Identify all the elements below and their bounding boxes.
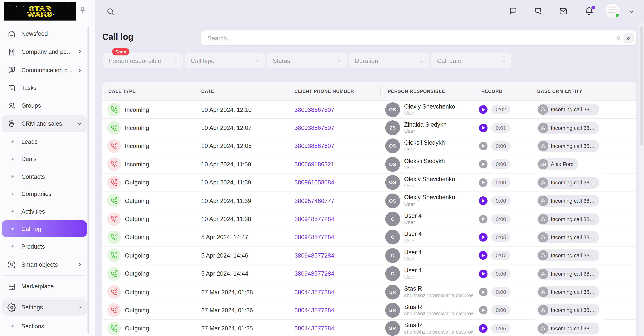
crm-entity-chip[interactable]: Incoming call 38…	[537, 231, 599, 243]
sidebar-item-sections[interactable]: Sections	[2, 317, 87, 335]
crm-entity-chip[interactable]: Incoming call 38…	[537, 195, 599, 207]
play-icon	[482, 290, 485, 294]
client-phone-link[interactable]: 380948577284	[294, 270, 334, 277]
mail-icon[interactable]	[558, 7, 568, 16]
comment-icon[interactable]	[508, 7, 518, 16]
sidebar-item-settings[interactable]: Settings	[2, 299, 87, 315]
call-date: 10 Apr 2024, 12:05	[201, 143, 252, 149]
column-header-client-phone[interactable]: Client phone number	[288, 89, 380, 93]
table-row[interactable]: Incoming 10 Apr 2024, 12:05 380938567607…	[102, 137, 636, 155]
crm-entity-chip[interactable]: Incoming call 38…	[537, 177, 599, 188]
sidebar-item-newsfeed[interactable]: Newsfeed	[2, 25, 87, 43]
crm-entity-chip[interactable]: Incoming call 38…	[537, 286, 599, 298]
pin-sidebar-icon[interactable]	[78, 6, 87, 15]
sidebar-item-leads[interactable]: Leads	[2, 133, 87, 151]
clear-search-button[interactable]	[623, 33, 634, 43]
sidebar-item-products[interactable]: Products	[2, 237, 87, 255]
workspace-logo[interactable]: STAR WARS	[4, 2, 76, 21]
sidebar-item-companies[interactable]: Companies	[2, 185, 87, 203]
play-record-button[interactable]	[479, 288, 488, 296]
person-name: Stas R	[404, 285, 473, 292]
sidebar-item-crm-and-sales[interactable]: CRM and sales	[2, 115, 87, 132]
play-record-button[interactable]	[479, 215, 488, 223]
table-row[interactable]: Outgoing 27 Mar 2024, 01:28 380443577284…	[102, 283, 636, 301]
play-record-button[interactable]	[479, 196, 488, 205]
sidebar-item-groups[interactable]: Groups	[2, 97, 87, 115]
client-phone-link[interactable]: 380938567607	[294, 143, 334, 149]
table-row[interactable]: Incoming 10 Apr 2024, 12:10 380938567607…	[102, 101, 636, 119]
crm-entity-chip[interactable]: Incoming call 38…	[537, 122, 599, 134]
column-header-base-crm-entity[interactable]: Base CRM entity	[530, 89, 636, 93]
play-record-button[interactable]	[479, 233, 488, 241]
filter-call-date[interactable]: Call date	[431, 53, 511, 68]
table-row[interactable]: Outgoing 10 Apr 2024, 11:39 380961058084…	[102, 174, 636, 192]
client-phone-link[interactable]: 380938567607	[294, 106, 334, 113]
soon-badge: Soon	[112, 48, 130, 56]
play-record-button[interactable]	[479, 142, 488, 150]
sidebar-item-tasks[interactable]: Tasks	[2, 79, 87, 97]
client-phone-link[interactable]: 380443577284	[294, 325, 334, 332]
chats-icon[interactable]	[534, 7, 543, 16]
play-record-button[interactable]	[479, 105, 488, 114]
search-icon[interactable]	[106, 7, 115, 16]
client-phone-link[interactable]: 380961058084	[294, 179, 334, 186]
table-row[interactable]: Outgoing 10 Apr 2024, 11:39 380957460777…	[102, 192, 636, 210]
sidebar-item-deals[interactable]: Deals	[2, 150, 87, 168]
sidebar-item-company-and-people[interactable]: Company and pe...	[2, 43, 87, 61]
sidebar-item-activities[interactable]: Activities	[2, 203, 87, 220]
play-record-button[interactable]	[479, 269, 488, 278]
column-header-person-responsible[interactable]: Person responsible	[380, 89, 474, 93]
column-header-record[interactable]: Record	[474, 89, 530, 93]
client-phone-link[interactable]: 380948577284	[294, 252, 334, 259]
bell-icon[interactable]	[584, 7, 594, 16]
client-phone-link[interactable]: 380948577284	[294, 234, 334, 241]
filter-status[interactable]: Status	[267, 53, 347, 68]
crm-entity-chip[interactable]: Incoming call 38…	[537, 268, 599, 280]
record-duration: 0:00	[491, 141, 511, 151]
chevron-down-icon[interactable]	[628, 9, 634, 15]
play-record-button[interactable]	[479, 124, 488, 132]
play-record-button[interactable]	[479, 306, 488, 314]
client-phone-link[interactable]: 380669186321	[294, 161, 334, 168]
client-phone-link[interactable]: 380443577284	[294, 307, 334, 313]
search-result-count: 0	[617, 35, 620, 41]
play-record-button[interactable]	[479, 178, 488, 187]
column-header-date[interactable]: Date	[195, 89, 288, 93]
crm-entity-chip[interactable]: Incoming call 38…	[537, 249, 599, 261]
sidebar-item-label: Companies	[21, 191, 52, 197]
table-row[interactable]: Outgoing 5 Apr 2024, 14:47 380948577284 …	[102, 228, 636, 247]
crm-entity-chip[interactable]: Incoming call 38…	[537, 304, 599, 316]
gear-icon	[8, 303, 16, 311]
building-icon	[8, 48, 16, 56]
crm-entity-chip[interactable]: Incoming call 38…	[537, 322, 599, 334]
page-scrollbar-thumb[interactable]	[640, 26, 643, 145]
search-input[interactable]	[206, 34, 617, 42]
client-phone-link[interactable]: 380443577284	[294, 289, 334, 295]
person-avatar: OS	[385, 175, 400, 190]
play-record-button[interactable]	[479, 324, 488, 333]
sidebar-item-call-log[interactable]: Call log	[2, 220, 87, 237]
sidebar-item-marketplace[interactable]: Marketplace	[2, 277, 87, 295]
play-icon	[482, 236, 485, 239]
play-record-button[interactable]	[479, 160, 488, 169]
sidebar-item-contacts[interactable]: Contacts	[2, 168, 87, 185]
client-phone-link[interactable]: 380938567607	[294, 125, 334, 131]
crm-entity-chip[interactable]: Incoming call 38…	[537, 140, 599, 152]
column-header-call-type[interactable]: Call type	[102, 89, 195, 93]
play-record-button[interactable]	[479, 251, 488, 260]
sidebar-item-smart-objects[interactable]: Smart objects	[2, 255, 87, 274]
crm-entity-chip[interactable]: АИ Alex Ford	[537, 158, 578, 170]
table-row[interactable]: Outgoing 5 Apr 2024, 14:46 380948577284 …	[102, 247, 636, 265]
crm-entity-chip[interactable]: Incoming call 38…	[537, 104, 599, 116]
sidebar-item-communication-channels[interactable]: Communication c...	[2, 61, 87, 79]
crm-entity-chip[interactable]: Incoming call 38…	[537, 213, 599, 225]
filter-call-type[interactable]: Call type	[185, 53, 265, 68]
filter-duration[interactable]: Duration	[349, 53, 429, 68]
table-row[interactable]: Outgoing 27 Mar 2024, 01:25 380443577284…	[102, 319, 636, 336]
table-row[interactable]: Incoming 10 Apr 2024, 12:07 380938567607…	[102, 119, 636, 137]
user-avatar[interactable]	[605, 4, 620, 19]
client-phone-link[interactable]: 380948577284	[294, 216, 334, 222]
sidebar-scrollbar[interactable]	[88, 27, 89, 334]
entity-avatar	[538, 141, 548, 151]
client-phone-link[interactable]: 380957460777	[294, 198, 334, 204]
